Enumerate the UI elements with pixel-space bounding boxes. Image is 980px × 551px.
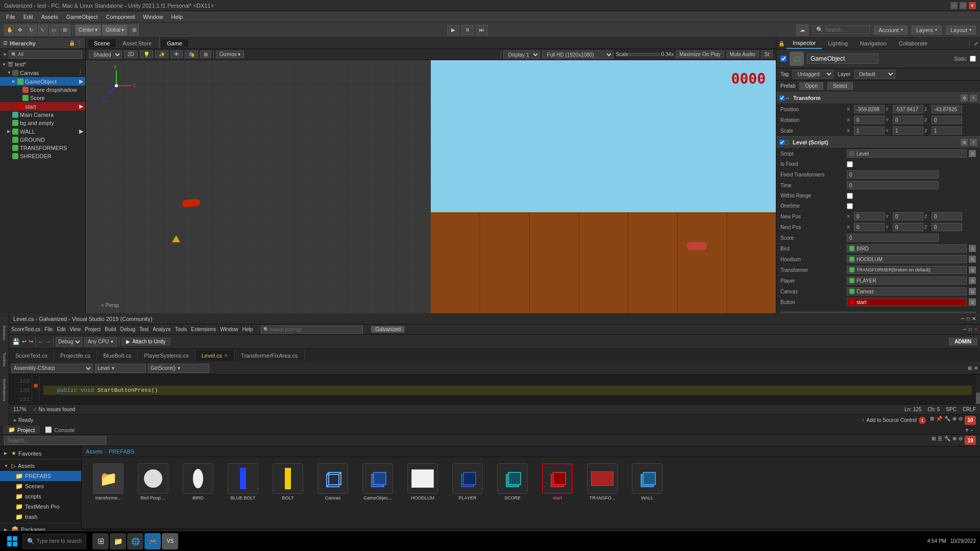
inspector-lock-icon[interactable]: 🔒 [778,41,785,46]
pause-button[interactable]: ⏸ [461,25,474,35]
sa-icon4[interactable]: ⊕ [952,416,957,425]
folder-trash[interactable]: 📁 trash [0,512,81,522]
level-script-active[interactable] [779,140,785,145]
hierarchy-item-shredder[interactable]: SHREDDER [0,152,85,160]
assets-view-btn1[interactable]: ⊞ [932,436,936,445]
code-content[interactable]: public void StartButtonPress() { button.… [39,374,976,404]
player-ref-pick[interactable]: ⊙ [969,277,976,284]
em-help[interactable]: Help [242,327,253,332]
vs-restore[interactable]: □ [969,327,972,332]
em-analyze[interactable]: Analyze [153,327,171,332]
display-dropdown[interactable]: Display 1 [503,51,540,59]
restore-button[interactable]: □ [960,2,967,9]
assets-notif-btn[interactable]: 19 [965,436,976,445]
score-input[interactable] [847,234,939,242]
tab-collaborate[interactable]: Collaborate [893,38,934,48]
hierarchy-item-transformers[interactable]: TRANSFORMERS [0,144,85,152]
inspector-more[interactable]: ⋮ [967,41,972,46]
button-ref[interactable]: start [847,298,967,306]
breadcrumb-prefabs[interactable]: PREFABS [109,448,135,455]
em-file[interactable]: File [44,327,53,332]
sa-icon5[interactable]: ⊖ [959,416,963,425]
asset-item-transfo[interactable]: TRANSFO... [582,463,623,500]
rotate-tool[interactable]: ↻ [27,24,37,36]
hierarchy-item-canvas[interactable]: ▼ Canvas ⋮ [0,68,85,77]
taskbar-app-1[interactable]: ⊞ [92,533,109,549]
asset-store-tab[interactable]: Asset Store [116,39,158,47]
transform-help-icon[interactable]: ? [970,94,977,102]
folder-textmesh[interactable]: 📁 TextMesh Pro [0,502,81,512]
editor-notifications-btn[interactable]: Notifications [2,379,7,402]
asset-item-start[interactable]: start [537,463,578,500]
editor-split-btn[interactable]: ⊞ [968,365,972,371]
menu-help[interactable]: Help [167,13,187,21]
console-tab[interactable]: ⬜ Console [40,425,80,434]
play-button[interactable]: ▶ [447,25,459,35]
account-button[interactable]: Account ▾ [874,26,908,35]
script-ref[interactable]: Level [847,149,967,158]
transform-tool[interactable]: ⊞ [60,24,70,36]
em-view[interactable]: View [70,327,81,332]
lighting-btn[interactable]: 💡 [140,51,153,58]
asset-item-gameobject[interactable]: GameObjec... [357,463,398,500]
hierarchy-item-wall[interactable]: ▶ WALL ▶ [0,127,85,136]
new-pos-x-input[interactable] [854,212,885,220]
asset-item-bird[interactable]: BIRD [178,463,218,500]
assembly-dropdown[interactable]: Assembly-CSharp [11,364,93,373]
canvas-ref-pick[interactable]: ⊙ [969,288,976,295]
is-fixed-checkbox[interactable] [847,161,853,167]
editor-tab-playersystems[interactable]: PlayerSystems.cs [138,350,195,361]
editor-scrollbar[interactable] [976,374,980,404]
rot-y-input[interactable] [893,116,923,124]
next-pos-y-input[interactable] [893,223,923,231]
minimize-button[interactable]: ─ [950,2,958,9]
layout-button[interactable]: Layout ▾ [946,26,976,35]
gameobject-more[interactable]: ▶ [79,78,83,85]
collab-btn[interactable]: ☁ [796,24,808,36]
asset-item-bolt[interactable]: BOLT [267,463,308,500]
next-pos-z-input[interactable] [932,223,962,231]
transformer-ref[interactable]: TRANSFORMER(broken on default) [847,266,967,274]
em-project[interactable]: Project [85,327,101,332]
hierarchy-item-test[interactable]: ▼ 🎬 test* [0,60,85,68]
pos-y-input[interactable] [893,105,923,113]
close-button[interactable]: ✕ [969,2,976,9]
taskbar-app-5[interactable]: VS [162,533,178,549]
scene-view[interactable]: X Y Z < Persp [86,60,776,313]
assets-search-input[interactable] [4,436,106,445]
cpu-dropdown[interactable]: Any CPU▾ [84,337,117,346]
start-menu-btn[interactable] [4,533,20,549]
maximize-on-play-btn[interactable]: Maximize On Play [676,51,724,58]
game-tab[interactable]: Game [161,39,189,47]
method-dropdown[interactable]: GetScore()▾ [148,364,209,373]
editor-tab-level[interactable]: Level.cs ✕ [195,350,235,361]
new-pos-z-input[interactable] [932,212,962,220]
assets-view-btn2[interactable]: ☰ [938,436,942,445]
menu-assets[interactable]: Assets [37,13,62,21]
scale-z-input[interactable] [932,127,962,135]
tab-lighting[interactable]: Lighting [822,38,854,48]
rot-x-input[interactable] [854,116,885,124]
scene-vis-btn[interactable]: 👁 [170,51,183,58]
editor-tab-scoretext[interactable]: ScoreText.cs [9,350,54,361]
debug-dropdown[interactable]: Debug [56,337,82,346]
time-input[interactable] [847,181,939,189]
scale-x-input[interactable] [854,127,885,135]
move-tool[interactable]: ✥ [15,24,26,36]
et-save[interactable]: 💾 [12,338,20,345]
transform-active[interactable] [779,95,785,101]
em-build[interactable]: Build [105,327,116,332]
editor-tab-projectile[interactable]: Projectile.cs [54,350,97,361]
editor-tab-bluebolt[interactable]: BlueBolt.cs [97,350,138,361]
canvas-ref[interactable]: Canvas [847,287,967,295]
editor-maximize[interactable]: □ [967,316,970,321]
transformer-ref-pick[interactable]: ⊙ [969,266,976,273]
mute-audio-btn[interactable]: Mute Audio [726,51,759,58]
prefab-open-btn[interactable]: Open [799,82,823,90]
editor-tab-transformer[interactable]: TransformerFixArea.cs [235,350,304,361]
et-redo[interactable]: ↪ [29,338,33,345]
sa-icon2[interactable]: 📌 [936,416,942,425]
static-checkbox[interactable] [970,56,976,62]
notification-count-btn[interactable]: 10 [965,416,976,425]
et-undo[interactable]: ↩ [22,338,27,345]
